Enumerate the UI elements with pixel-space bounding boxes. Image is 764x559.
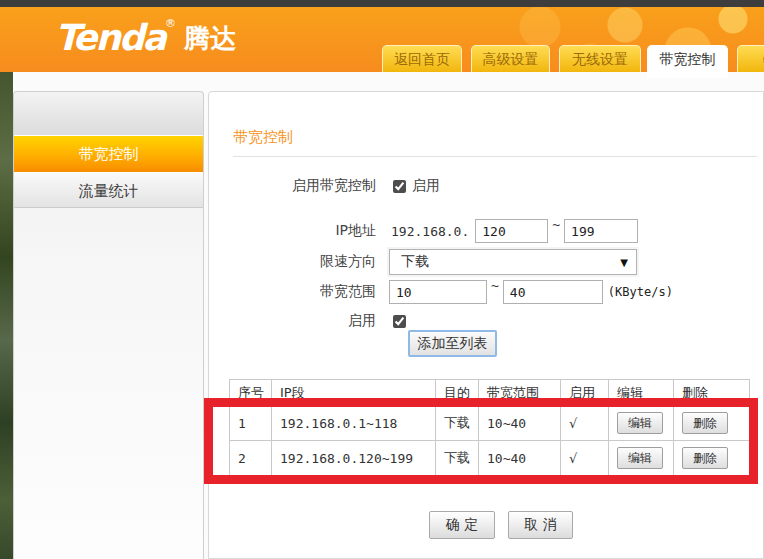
tab-advanced-settings[interactable]: 高级设置 [471, 45, 550, 72]
header-ip-range: IP段 [272, 380, 436, 406]
tenda-logo: Tenda®腾达 [55, 17, 236, 58]
ip-address-label: IP地址 [209, 222, 376, 240]
ip-address-row: IP地址 192.168.0. ~ [209, 219, 763, 243]
page-title: 带宽控制 [233, 128, 293, 147]
tab-return-home[interactable]: 返回首页 [382, 45, 462, 72]
edit-button[interactable]: 编辑 [617, 447, 663, 469]
delete-button[interactable]: 删除 [682, 412, 728, 434]
chevron-down-icon: ▼ [620, 257, 628, 268]
bandwidth-rules-table: 序号 IP段 目的 带宽范围 启用 编辑 删除 1 192.168.0.1~11… [229, 379, 750, 476]
table-header-row: 序号 IP段 目的 带宽范围 启用 编辑 删除 [230, 380, 750, 406]
header-bandwidth-range: 带宽范围 [479, 380, 561, 406]
title-divider [233, 156, 757, 157]
ip-from-input[interactable] [475, 219, 548, 243]
cell-bandwidth-range: 10~40 [479, 406, 561, 441]
tab-bandwidth-control[interactable]: 带宽控制 [647, 45, 728, 78]
range-tilde-text: ~ [491, 278, 499, 293]
cell-purpose: 下载 [436, 406, 479, 441]
enable-bandwidth-label: 启用带宽控制 [209, 177, 376, 195]
header-delete: 删除 [674, 380, 750, 406]
table-row: 2 192.168.0.120~199 下载 10~40 √ 编辑 删除 [230, 441, 750, 476]
background-photo-strip [0, 72, 13, 559]
ip-tilde-text: ~ [552, 217, 560, 232]
tab-special[interactable]: 特殊 [737, 45, 764, 72]
enable-entry-checkbox[interactable] [393, 315, 406, 328]
enable-bandwidth-row: 启用带宽控制 启用 [209, 176, 763, 196]
header-purpose: 目的 [436, 380, 479, 406]
logo-text: Tenda [55, 17, 165, 58]
edit-button[interactable]: 编辑 [617, 412, 663, 434]
ip-to-input[interactable] [564, 219, 638, 243]
delete-button[interactable]: 删除 [682, 447, 728, 469]
table-row: 1 192.168.0.1~118 下载 10~40 √ 编辑 删除 [230, 406, 750, 441]
logo-chinese-text: 腾达 [184, 23, 236, 53]
direction-select[interactable]: 下载 ▼ [389, 249, 637, 275]
enable-entry-row: 启用 [209, 313, 763, 329]
enable-checkbox-label: 启用 [412, 177, 440, 195]
range-to-input[interactable] [503, 280, 603, 304]
direction-selected-value: 下载 [401, 253, 429, 271]
enable-bandwidth-checkbox[interactable] [393, 180, 406, 193]
cell-enabled-check: √ [561, 406, 609, 441]
sidebar-item-traffic-statistics[interactable]: 流量统计 [14, 172, 203, 208]
tab-wireless-settings[interactable]: 无线设置 [559, 45, 641, 72]
cell-no: 1 [230, 406, 272, 441]
cell-ip-range: 192.168.0.1~118 [272, 406, 436, 441]
range-row: 带宽范围 ~ (KByte/s) [209, 280, 763, 304]
range-unit-text: (KByte/s) [608, 285, 673, 299]
sidebar-spacer [14, 92, 203, 136]
cell-enabled-check: √ [561, 441, 609, 476]
enable-entry-label: 启用 [209, 312, 376, 330]
cancel-button[interactable]: 取 消 [508, 511, 573, 539]
cell-bandwidth-range: 10~40 [479, 441, 561, 476]
range-label: 带宽范围 [209, 283, 376, 301]
cell-ip-range: 192.168.0.120~199 [272, 441, 436, 476]
cell-no: 2 [230, 441, 272, 476]
sidebar-item-bandwidth-control[interactable]: 带宽控制 [14, 136, 203, 172]
direction-label: 限速方向 [209, 253, 376, 271]
sidebar: 带宽控制 流量统计 [13, 91, 204, 559]
cell-purpose: 下载 [436, 441, 479, 476]
top-status-strip [0, 0, 764, 7]
add-to-list-button[interactable]: 添加至列表 [408, 330, 497, 357]
header-enabled: 启用 [561, 380, 609, 406]
registered-mark-icon: ® [165, 17, 176, 30]
range-from-input[interactable] [389, 280, 487, 304]
direction-row: 限速方向 下载 ▼ [209, 249, 763, 275]
main-panel: 带宽控制 启用带宽控制 启用 IP地址 192.168.0. ~ 限速方向 下载… [208, 91, 764, 559]
ip-prefix-text: 192.168.0. [391, 224, 469, 239]
header-no: 序号 [230, 380, 272, 406]
ok-button[interactable]: 确 定 [429, 511, 495, 539]
header-edit: 编辑 [609, 380, 674, 406]
